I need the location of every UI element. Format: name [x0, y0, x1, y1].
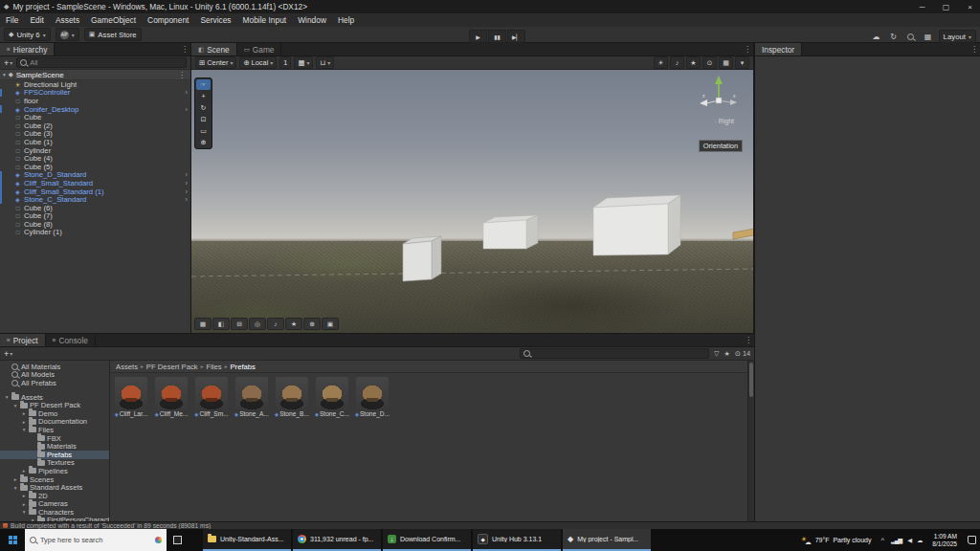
project-folder-item[interactable]: ▾Files	[0, 426, 109, 434]
hierarchy-item[interactable]: □Cube (8)	[0, 220, 190, 229]
favorite-search-icon[interactable]: ★	[724, 350, 729, 358]
favorite-item[interactable]: All Models	[0, 371, 109, 380]
asset-tile[interactable]: ◈Stone_B...	[273, 377, 311, 417]
pause-button[interactable]: ▮▮	[488, 30, 506, 43]
taskbar-task[interactable]: ◆My project - Sampl...	[563, 529, 651, 551]
add-gameobject-button[interactable]: +▾	[4, 58, 12, 68]
task-view-button[interactable]	[167, 529, 188, 551]
menu-gameobject[interactable]: GameObject	[85, 13, 142, 27]
favorite-item[interactable]: All Materials	[0, 363, 109, 371]
gizmo-view-label[interactable]: ‹ Right	[715, 118, 734, 124]
asset-tile[interactable]: ◈Cliff_Lar...	[112, 377, 150, 417]
hierarchy-item[interactable]: □Cube (4)	[0, 154, 190, 163]
hierarchy-item[interactable]: ☀Directional Light	[0, 80, 190, 89]
scene-header-row[interactable]: ▾ ◆ SampleScene ⋮	[0, 70, 190, 80]
hierarchy-item[interactable]: ◈Cliff_Small_Standard›	[0, 179, 190, 187]
taskbar-task[interactable]: ◆Unity Hub 3.13.1	[473, 529, 561, 551]
rect-tool[interactable]: ▭	[196, 125, 211, 136]
hierarchy-search-input[interactable]: All	[16, 57, 187, 68]
play-button[interactable]: ▶	[469, 30, 487, 43]
project-folder-item[interactable]: Textures	[0, 459, 109, 468]
fold-arrow-icon[interactable]: ▸	[21, 419, 27, 425]
scale-tool[interactable]: ⊡	[196, 114, 211, 124]
maximize-button[interactable]: ▢	[936, 0, 956, 13]
step-button[interactable]: ▶▏	[507, 30, 525, 43]
draw-mode-icon[interactable]: ▦	[194, 318, 212, 330]
project-scrollbar[interactable]	[747, 361, 754, 521]
create-asset-button[interactable]: +▾	[4, 349, 12, 359]
tab-inspector[interactable]: Inspector	[755, 43, 802, 55]
filter-by-type-icon[interactable]: ▽	[714, 350, 719, 358]
taskbar-clock[interactable]: 1:09 AM 8/1/2025	[925, 529, 964, 551]
taskbar-task[interactable]: 311,932 unread - fp...	[293, 529, 381, 551]
gizmos-dropdown-icon[interactable]: ▾	[735, 56, 749, 69]
hierarchy-item[interactable]: □Cylinder	[0, 146, 190, 155]
project-folder-item[interactable]: Materials	[0, 442, 109, 451]
search-icon[interactable]	[904, 31, 918, 42]
fold-arrow-icon[interactable]: ▾	[21, 509, 27, 515]
project-folder-item[interactable]: ▸Scenes	[0, 475, 109, 484]
tab-console[interactable]: ≡ Console	[46, 334, 96, 346]
pan-icon[interactable]: ▣	[322, 318, 339, 330]
camera-settings-icon[interactable]: ▦	[719, 56, 733, 69]
open-prefab-icon[interactable]: ›	[186, 88, 189, 97]
collapse-arrow-icon[interactable]: ▾	[3, 72, 6, 77]
rotate-tool[interactable]: ↻	[196, 102, 211, 113]
menu-file[interactable]: File	[0, 13, 25, 27]
action-center-button[interactable]	[964, 529, 980, 551]
open-prefab-icon[interactable]: ›	[186, 195, 189, 204]
hierarchy-item[interactable]: ◈FPSController›	[0, 89, 190, 98]
volume-icon[interactable]: ◀	[907, 537, 911, 543]
fold-arrow-icon[interactable]: ▾	[12, 485, 18, 491]
taskbar-task[interactable]: ↓Download Confirm...	[383, 529, 471, 551]
asset-tile[interactable]: ◈Stone_D...	[353, 377, 391, 417]
hierarchy-item[interactable]: □Cube (7)	[0, 212, 190, 221]
project-folder-item[interactable]: ▸Demo	[0, 409, 109, 418]
grid-visibility-dropdown[interactable]: ▦ ▾	[294, 56, 313, 69]
hierarchy-menu-icon[interactable]: ⋮	[179, 43, 190, 55]
taskbar-task[interactable]: Unity-Standard-Ass...	[203, 529, 291, 551]
unity-version-button[interactable]: ◆ Unity 6 ▾	[4, 28, 51, 41]
project-search-input[interactable]	[520, 348, 709, 359]
asset-store-button[interactable]: ▣ Asset Store	[84, 28, 142, 41]
project-folder-item[interactable]: ▸Pipelines	[0, 467, 109, 475]
fold-arrow-icon[interactable]: ▾	[4, 394, 10, 400]
fold-arrow-icon[interactable]: ▾	[21, 427, 27, 432]
fold-arrow-icon[interactable]: ▸	[21, 493, 27, 498]
zoom-icon[interactable]: ⊕	[303, 318, 321, 330]
grid-size-field[interactable]: 1	[279, 56, 291, 69]
hierarchy-item[interactable]: □floor	[0, 97, 190, 105]
tab-project[interactable]: ≡ Project	[0, 334, 46, 346]
asset-tile[interactable]: ◈Stone_C...	[313, 377, 351, 417]
menu-component[interactable]: Component	[142, 13, 194, 27]
hidden-packages-toggle[interactable]: ⊙ 14	[735, 349, 750, 358]
project-folder-item[interactable]: ▾Assets	[0, 393, 109, 402]
project-folder-item[interactable]: ▾PF Desert Pack	[0, 401, 109, 409]
project-folder-item[interactable]: ▸2D	[0, 492, 109, 500]
handle-space-dropdown[interactable]: ⊕ Local ▾	[239, 56, 277, 69]
undo-history-icon[interactable]: ↻	[887, 31, 901, 42]
fold-arrow-icon[interactable]: ▸	[21, 468, 27, 474]
weather-widget[interactable]: ☀ ☁ 79°F Partly cloudy	[794, 529, 879, 551]
breadcrumb-item[interactable]: Prefabs	[230, 363, 256, 371]
project-folder-item[interactable]: ▸Cameras	[0, 500, 109, 509]
tab-hierarchy[interactable]: ≡ Hierarchy	[0, 43, 55, 55]
layers-icon[interactable]: ▦	[922, 31, 935, 42]
tab-game[interactable]: ▭ Game	[237, 43, 282, 55]
view-hand-tool[interactable]: ☞	[196, 79, 211, 90]
taskbar-search-input[interactable]: Type here to search	[25, 529, 167, 551]
asset-tile[interactable]: ◈Cliff_Sm...	[192, 377, 231, 417]
start-button[interactable]	[0, 529, 25, 551]
inspector-menu-icon[interactable]: ⋮	[969, 43, 980, 55]
breadcrumb-item[interactable]: PF Desert Pack	[146, 363, 198, 371]
audio-icon[interactable]: ♪	[267, 318, 284, 330]
favorite-item[interactable]: All Prefabs	[0, 379, 109, 387]
lighting-toggle-icon[interactable]: ☀	[654, 56, 668, 69]
snap-dropdown[interactable]: ⊔ ▾	[316, 56, 334, 69]
effects-toggle-icon[interactable]: ★	[686, 56, 701, 69]
scrollbar-thumb[interactable]	[749, 363, 753, 397]
hierarchy-item[interactable]: ◈Cliff_Small_Standard (1)›	[0, 187, 190, 196]
project-folder-item[interactable]: FBX	[0, 434, 109, 443]
breadcrumb-item[interactable]: Assets	[116, 363, 138, 371]
close-button[interactable]: ×	[960, 0, 980, 13]
